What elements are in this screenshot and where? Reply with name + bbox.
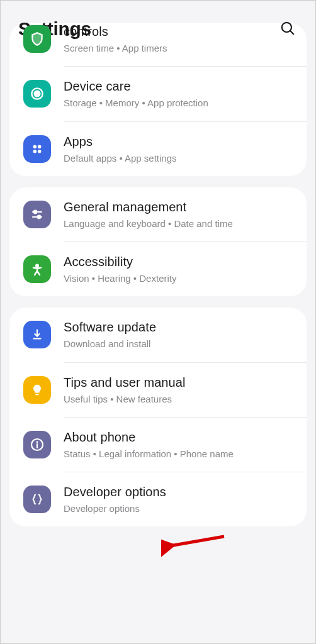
item-title: Developer options (64, 484, 293, 501)
svg-point-3 (35, 91, 40, 97)
item-subtitle: Screen time • App timers (64, 42, 293, 55)
svg-point-4 (33, 145, 37, 148)
sliders-icon (23, 201, 51, 228)
item-subtitle: Default apps • App settings (64, 152, 293, 165)
person-icon (23, 255, 51, 283)
svg-point-9 (34, 211, 37, 214)
svg-rect-13 (35, 394, 39, 395)
svg-point-5 (38, 145, 41, 148)
item-title: Apps (64, 133, 293, 150)
item-subtitle: Download and install (64, 338, 293, 350)
item-title: controls (64, 23, 293, 40)
settings-item-general-management[interactable]: General managementLanguage and keyboard … (9, 187, 307, 242)
info-icon (23, 431, 51, 458)
braces-icon (23, 486, 51, 513)
item-subtitle: Vision • Hearing • Dexterity (64, 272, 293, 285)
shield-icon (23, 25, 51, 53)
svg-line-17 (170, 536, 224, 546)
svg-point-15 (37, 441, 38, 443)
item-title: Device care (64, 78, 293, 95)
item-subtitle: Developer options (64, 502, 293, 515)
item-title: Accessibility (64, 253, 293, 270)
svg-point-7 (38, 150, 41, 153)
bulb-icon (23, 376, 51, 404)
svg-point-11 (38, 216, 41, 219)
settings-item-controls[interactable]: controlsScreen time • App timers (9, 23, 307, 66)
settings-item-accessibility[interactable]: AccessibilityVision • Hearing • Dexterit… (9, 242, 307, 296)
item-subtitle: Useful tips • New features (64, 393, 293, 406)
annotation-arrow (161, 530, 230, 558)
settings-group: General managementLanguage and keyboard … (9, 187, 307, 297)
target-icon (23, 80, 51, 108)
settings-list: controlsScreen time • App timersDevice c… (1, 23, 315, 526)
item-title: About phone (64, 429, 293, 446)
download-icon (23, 321, 51, 348)
item-title: General management (64, 199, 293, 216)
settings-item-apps[interactable]: AppsDefault apps • App settings (9, 122, 307, 176)
settings-group: controlsScreen time • App timersDevice c… (9, 23, 307, 176)
settings-group: Software updateDownload and installTips … (9, 308, 307, 526)
item-subtitle: Storage • Memory • App protection (64, 97, 293, 109)
item-subtitle: Status • Legal information • Phone name (64, 448, 293, 460)
grid-icon (23, 135, 51, 163)
settings-item-about-phone[interactable]: About phoneStatus • Legal information • … (9, 418, 307, 472)
svg-point-6 (33, 150, 37, 153)
settings-item-device-care[interactable]: Device careStorage • Memory • App protec… (9, 67, 307, 121)
settings-item-software-update[interactable]: Software updateDownload and install (9, 308, 307, 362)
item-title: Software update (64, 319, 293, 336)
settings-item-developer-options[interactable]: Developer optionsDeveloper options (9, 472, 307, 526)
item-title: Tips and user manual (64, 374, 293, 391)
settings-item-tips[interactable]: Tips and user manualUseful tips • New fe… (9, 363, 307, 417)
item-subtitle: Language and keyboard • Date and time (64, 218, 293, 230)
